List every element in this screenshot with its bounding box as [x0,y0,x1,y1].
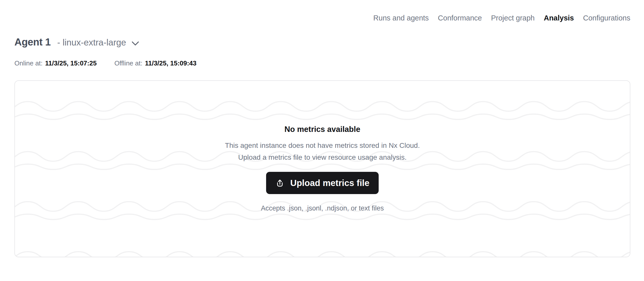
agent-selector-dropdown[interactable] [131,41,139,46]
nav-link-configurations[interactable]: Configurations [583,13,630,23]
accepted-file-types-note: Accepts .json, .jsonl, .ndjson, or text … [261,203,384,213]
upload-button-label: Upload metrics file [290,178,369,188]
online-at-label: Online at: [14,59,42,67]
empty-state-description-line2: Upload a metrics file to view resource u… [238,151,406,163]
nav-link-project-graph[interactable]: Project graph [491,13,535,23]
top-nav: Runs and agents Conformance Project grap… [373,13,630,23]
offline-at-label: Offline at: [114,59,142,67]
empty-state-title: No metrics available [285,124,360,135]
online-at-value: 11/3/25, 15:07:25 [45,59,97,67]
agent-header: Agent 1 - linux-extra-large [14,36,139,48]
offline-at-group: Offline at: 11/3/25, 15:09:43 [114,59,197,67]
agent-launch-template-label: - linux-extra-large [57,37,126,48]
empty-state-content: No metrics available This agent instance… [15,81,630,213]
upload-icon [275,178,285,188]
nav-link-runs-and-agents[interactable]: Runs and agents [373,13,429,23]
metrics-empty-state-card: No metrics available This agent instance… [14,80,630,257]
nav-link-analysis[interactable]: Analysis [544,13,574,23]
empty-state-description-line1: This agent instance does not have metric… [225,139,420,151]
chevron-down-icon [131,41,139,46]
offline-at-value: 11/3/25, 15:09:43 [145,59,197,67]
upload-metrics-file-button[interactable]: Upload metrics file [266,172,378,194]
page-title: Agent 1 [14,36,51,48]
nav-link-conformance[interactable]: Conformance [438,13,482,23]
agent-times-row: Online at: 11/3/25, 15:07:25 Offline at:… [14,59,197,67]
online-at-group: Online at: 11/3/25, 15:07:25 [14,59,97,67]
